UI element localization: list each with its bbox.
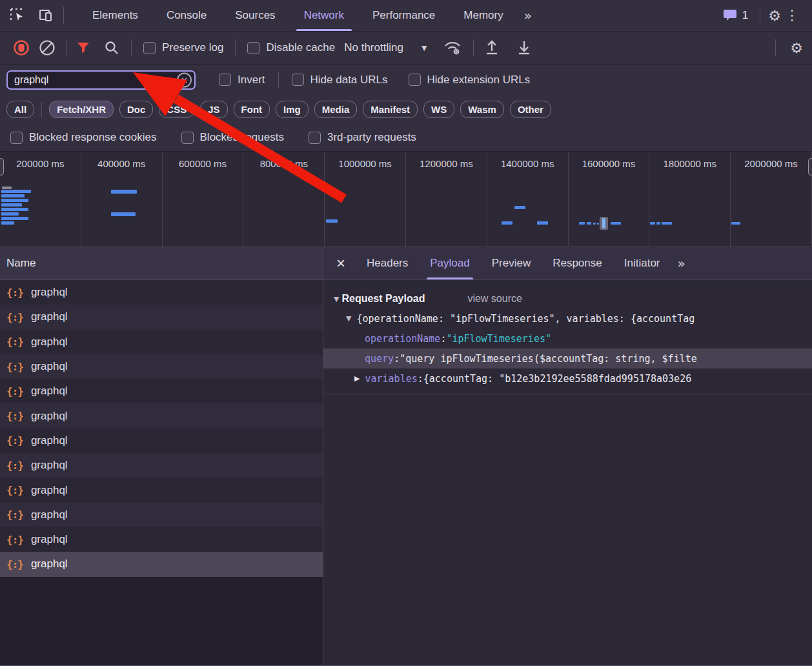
waterfall-bar[interactable] [593,223,596,225]
tab-sources[interactable]: Sources [221,0,289,31]
waterfall-bar[interactable] [1,199,28,202]
clear-filter-icon[interactable]: × [177,72,192,87]
chip-manifest[interactable]: Manifest [363,101,418,118]
record-network-log-icon[interactable] [13,39,30,56]
preserve-log-checkbox[interactable] [143,42,156,54]
network-conditions-icon[interactable] [443,39,463,56]
chip-media[interactable]: Media [314,101,358,118]
issues-count[interactable]: 1 [742,9,748,22]
disable-cache-checkbox[interactable] [247,42,259,54]
invert-label[interactable]: Invert [238,74,265,86]
blocked-requests-checkbox[interactable] [181,132,194,144]
tab-console[interactable]: Console [152,0,221,31]
blocked-cookies-label[interactable]: Blocked response cookies [29,131,157,144]
view-source-link[interactable]: view source [467,293,522,305]
waterfall-bar[interactable] [1,208,28,211]
request-row-graphql[interactable]: {:}graphql [0,305,323,329]
chip-img[interactable]: Img [276,101,309,118]
waterfall-bar[interactable] [597,223,599,225]
third-party-checkbox[interactable] [309,132,321,144]
waterfall-bar[interactable] [579,222,585,225]
payload-query-line-selected[interactable]: query: "query ipFlowTimeseries($accountT… [323,348,812,368]
throttling-select[interactable]: No throttling ▼ [344,41,427,54]
tab-performance[interactable]: Performance [358,0,449,31]
request-row-graphql[interactable]: {:}graphql [0,354,323,379]
request-row-graphql[interactable]: {:}graphql [0,478,323,502]
filter-input[interactable] [6,70,196,90]
details-tab-payload[interactable]: Payload [419,247,480,279]
request-row-graphql[interactable]: {:}graphql [0,552,323,576]
waterfall-bar[interactable] [611,222,621,225]
tab-network[interactable]: Network [290,0,358,31]
search-icon[interactable] [104,40,119,56]
collapse-triangle-icon[interactable]: ▼ [346,314,351,323]
device-toolbar-icon[interactable] [37,7,54,24]
payload-root-line[interactable]: ▼ {operationName: "ipFlowTimeseries", va… [323,308,812,328]
waterfall-bar[interactable] [731,222,740,225]
waterfall-bar[interactable] [1,217,28,220]
waterfall-bar[interactable] [111,212,136,216]
export-har-icon[interactable] [516,39,532,56]
close-details-icon[interactable]: × [323,254,356,272]
request-row-graphql[interactable]: {:}graphql [0,330,323,354]
settings-gear-icon[interactable]: ⚙ [768,8,781,24]
waterfall-bar[interactable] [2,187,12,189]
issues-message-icon[interactable] [723,8,738,23]
waterfall-bar[interactable] [1,194,25,197]
chip-font[interactable]: Font [234,101,270,118]
waterfall-bar[interactable] [1,203,22,207]
request-row-graphql[interactable]: {:}graphql [0,379,323,403]
waterfall-bar[interactable] [656,222,660,225]
waterfall-bar[interactable] [662,222,672,225]
name-column-header[interactable]: Name [0,247,323,280]
hide-extension-urls-checkbox[interactable] [409,74,421,86]
import-har-icon[interactable] [484,39,500,56]
preserve-log-label[interactable]: Preserve log [162,41,223,54]
overview-left-handle[interactable] [0,158,4,176]
waterfall-bar[interactable] [514,206,525,209]
waterfall-bar[interactable] [587,222,591,225]
network-settings-gear-icon[interactable]: ⚙ [790,40,803,56]
waterfall-bar[interactable] [650,222,655,225]
chip-all[interactable]: All [6,101,34,118]
tab-memory[interactable]: Memory [449,0,517,31]
request-row-graphql[interactable]: {:}graphql [0,527,323,552]
collapse-triangle-icon[interactable]: ▼ [334,295,339,303]
hide-data-urls-checkbox[interactable] [292,74,304,86]
clear-network-log-icon[interactable] [39,39,56,56]
payload-variables-line[interactable]: ▶ variables: {accountTag: "b12e3b2192ee5… [323,368,812,388]
chip-other[interactable]: Other [510,101,551,118]
blocked-requests-label[interactable]: Blocked requests [200,131,284,144]
request-row-graphql[interactable]: {:}graphql [0,503,323,527]
more-tabs-icon[interactable]: » [518,8,537,23]
chip-js[interactable]: JS [200,101,227,118]
request-row-graphql[interactable]: {:}graphql [0,403,323,428]
waterfall-bar[interactable] [1,212,19,216]
request-row-graphql[interactable]: {:}graphql [0,429,323,453]
waterfall-bar-selected[interactable] [602,218,605,228]
filter-funnel-icon[interactable] [77,42,90,54]
kebab-menu-icon[interactable]: ⋮ [781,7,803,24]
third-party-label[interactable]: 3rd-party requests [327,131,416,144]
request-row-graphql[interactable]: {:}graphql [0,453,323,478]
hide-data-urls-label[interactable]: Hide data URLs [310,74,388,86]
waterfall-bar[interactable] [326,219,338,223]
network-overview-timeline[interactable]: 200000 ms400000 ms600000 ms800000 ms1000… [0,152,812,247]
request-row-graphql[interactable]: {:}graphql [0,280,323,305]
details-more-tabs-icon[interactable]: » [671,256,691,271]
waterfall-bar[interactable] [1,190,31,193]
overview-right-handle[interactable] [808,158,812,176]
expand-triangle-icon[interactable]: ▶ [354,374,360,383]
disable-cache-label[interactable]: Disable cache [266,41,335,54]
details-tab-headers[interactable]: Headers [356,247,419,279]
hide-extension-urls-label[interactable]: Hide extension URLs [427,74,531,86]
waterfall-bar[interactable] [537,221,548,225]
details-tab-response[interactable]: Response [542,247,613,279]
waterfall-bar[interactable] [1,221,14,225]
tab-elements[interactable]: Elements [78,0,152,31]
chip-doc[interactable]: Doc [119,101,153,118]
blocked-cookies-checkbox[interactable] [10,132,23,144]
waterfall-bar[interactable] [111,190,137,194]
invert-checkbox[interactable] [219,74,231,86]
inspect-element-icon[interactable] [9,7,26,24]
